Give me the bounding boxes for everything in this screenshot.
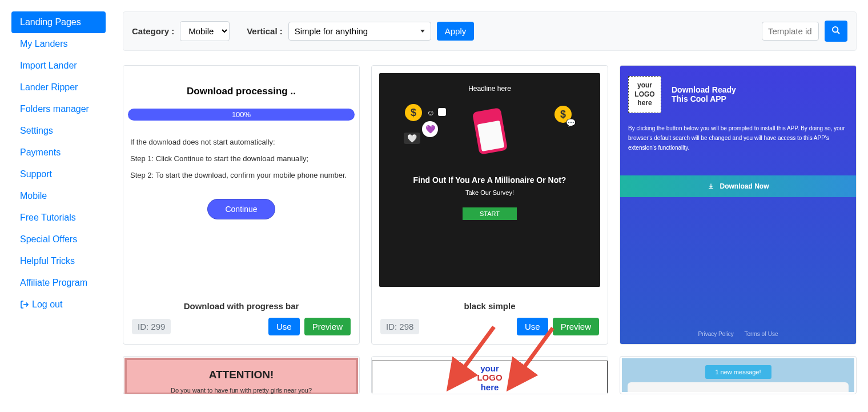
main-content: Category : Mobile Vertical : Simple for … xyxy=(123,11,857,394)
vertical-select[interactable]: Simple for anything xyxy=(288,22,431,41)
thumb-text: Do you want to have fun with pretty girl… xyxy=(135,387,347,394)
vertical-value: Simple for anything xyxy=(295,26,368,36)
sidebar-item-mobile[interactable]: Mobile xyxy=(11,185,106,207)
category-select[interactable]: Mobile xyxy=(180,21,230,41)
thumb-text: Step 2: To start the download, confirm y… xyxy=(128,171,355,179)
sidebar-item-payments[interactable]: Payments xyxy=(11,142,106,163)
template-thumbnail[interactable]: your LOGO here xyxy=(372,357,608,394)
template-id-badge: ID: 298 xyxy=(380,319,419,334)
template-card: yourLOGOhere Download Ready This Cool AP… xyxy=(620,65,857,345)
sidebar-item-my-landers[interactable]: My Landers xyxy=(11,33,106,55)
thumb-text: Step 1: Click Continue to start the down… xyxy=(128,154,355,163)
template-card: Headline here $ $ ☺ 💜 💬 🤍 Find Out If Yo… xyxy=(371,65,608,345)
template-id-badge: ID: 299 xyxy=(132,319,171,334)
sidebar-item-affiliate-program[interactable]: Affiliate Program xyxy=(11,272,106,294)
thumb-graphic: $ $ ☺ 💜 💬 🤍 xyxy=(388,101,592,164)
logout-icon xyxy=(20,300,29,309)
apply-button[interactable]: Apply xyxy=(437,22,475,41)
thumb-download-button: Download Now xyxy=(620,175,856,197)
logout-label: Log out xyxy=(32,299,62,310)
thumb-subtitle: Take Our Survey! xyxy=(388,189,592,196)
sidebar-item-logout[interactable]: Log out xyxy=(11,294,106,315)
use-button[interactable]: Use xyxy=(517,318,548,335)
use-button[interactable]: Use xyxy=(268,318,300,335)
thumb-disclaimer: By clicking the button below you will be… xyxy=(628,123,848,153)
search-icon xyxy=(831,26,841,35)
sidebar-item-helpful-tricks[interactable]: Helpful Tricks xyxy=(11,250,106,272)
thumb-title: Download Ready xyxy=(672,85,736,94)
template-thumbnail[interactable]: ATTENTION! Do you want to have fun with … xyxy=(123,357,359,394)
thumb-logo-placeholder: yourLOGOhere xyxy=(628,76,661,113)
thumb-title: Find Out If You Are A Millionaire Or Not… xyxy=(388,175,592,185)
thumb-start-button: START xyxy=(463,207,517,220)
thumb-title: This Cool APP xyxy=(672,94,736,103)
sidebar-item-landing-pages[interactable]: Landing Pages xyxy=(11,11,106,33)
sidebar-item-support[interactable]: Support xyxy=(11,163,106,185)
template-title: Download with progress bar xyxy=(123,294,359,318)
template-title: blue simple for apps xyxy=(620,344,856,345)
download-icon xyxy=(708,183,714,190)
thumb-headline: Headline here xyxy=(388,85,592,93)
sidebar-item-import-lander[interactable]: Import Lander xyxy=(11,55,106,77)
category-label: Category : xyxy=(132,26,174,36)
vertical-label: Vertical : xyxy=(247,26,283,36)
preview-button[interactable]: Preview xyxy=(304,318,351,335)
sidebar-item-folders-manager[interactable]: Folders manager xyxy=(11,98,106,120)
preview-button[interactable]: Preview xyxy=(553,318,599,335)
svg-line-2 xyxy=(837,31,839,34)
thumb-continue-button: Continue xyxy=(207,199,275,219)
template-card: Download processing .. 100% If the downl… xyxy=(123,65,360,345)
template-title: black simple xyxy=(372,294,608,318)
thumb-progress-bar: 100% xyxy=(128,109,355,121)
search-button[interactable] xyxy=(825,21,847,42)
template-card: 1 new message! xyxy=(620,356,857,394)
caret-down-icon xyxy=(420,30,425,33)
sidebar-item-special-offers[interactable]: Special Offers xyxy=(11,229,106,250)
thumb-message-bubble: 1 new message! xyxy=(705,365,771,379)
sidebar: Landing Pages My Landers Import Lander L… xyxy=(11,11,106,394)
thumb-logo-placeholder: your LOGO here xyxy=(372,361,608,394)
thumb-heading: Download processing .. xyxy=(128,86,355,97)
thumb-heading: ATTENTION! xyxy=(135,369,347,381)
template-thumbnail[interactable]: yourLOGOhere Download Ready This Cool AP… xyxy=(620,66,856,344)
sidebar-item-lander-ripper[interactable]: Lander Ripper xyxy=(11,77,106,98)
sidebar-item-settings[interactable]: Settings xyxy=(11,120,106,142)
template-card: your LOGO here xyxy=(371,356,608,394)
sidebar-item-free-tutorials[interactable]: Free Tutorials xyxy=(11,207,106,229)
filter-bar: Category : Mobile Vertical : Simple for … xyxy=(123,11,857,51)
template-thumbnail[interactable]: Headline here $ $ ☺ 💜 💬 🤍 Find Out If Yo… xyxy=(372,66,608,294)
template-card: ATTENTION! Do you want to have fun with … xyxy=(123,356,360,394)
template-grid: Download processing .. 100% If the downl… xyxy=(123,65,857,394)
thumb-text: If the download does not start automatic… xyxy=(128,138,355,146)
template-id-input[interactable] xyxy=(762,22,819,41)
template-thumbnail[interactable]: 1 new message! xyxy=(620,357,856,394)
thumb-footer-links: Privacy Policy Terms of Use xyxy=(620,331,856,337)
svg-point-1 xyxy=(833,27,838,32)
template-thumbnail[interactable]: Download processing .. 100% If the downl… xyxy=(123,66,359,294)
